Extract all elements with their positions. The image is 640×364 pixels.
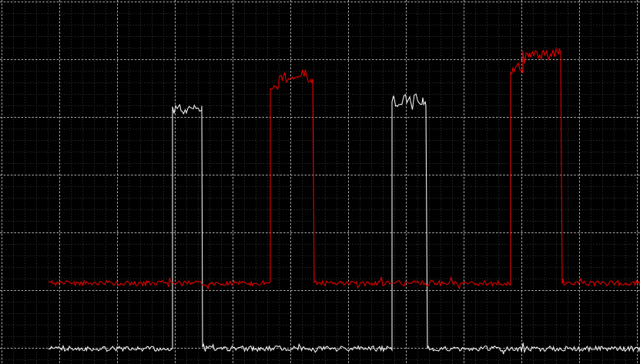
waveform-display	[0, 0, 640, 364]
oscilloscope-screen	[0, 0, 640, 364]
display-background	[0, 0, 640, 364]
